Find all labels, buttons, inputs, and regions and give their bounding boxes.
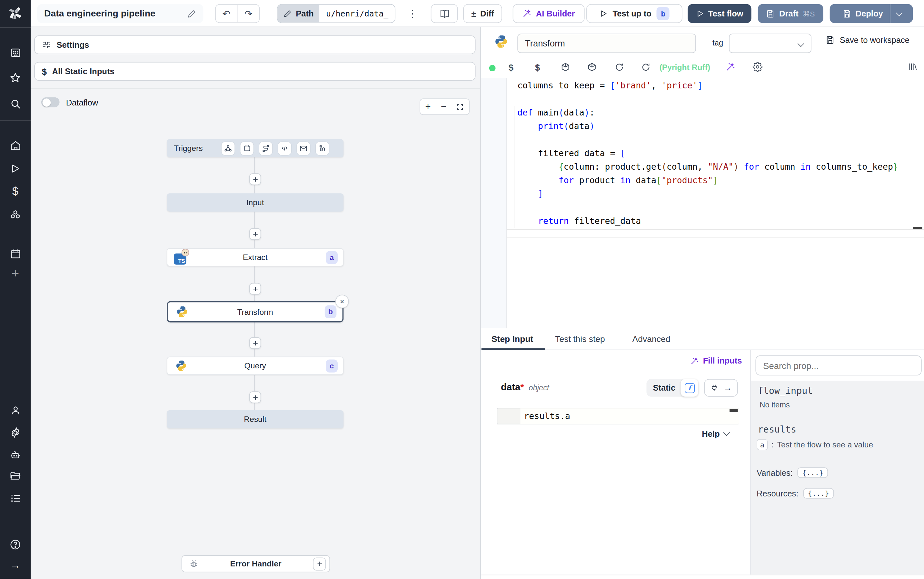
search-icon[interactable] (0, 97, 31, 111)
function-icon: f (685, 383, 695, 393)
windmill-logo-icon[interactable] (0, 5, 31, 20)
variables-row[interactable]: Variables: {...} (757, 468, 828, 478)
runs-play-icon[interactable] (0, 162, 31, 176)
undo-button[interactable]: ↶ (216, 5, 238, 23)
deploy-button[interactable]: Deploy (834, 4, 890, 23)
flow-input-section-label[interactable]: flow_input (758, 386, 813, 396)
zoom-in-button[interactable]: + (425, 101, 431, 112)
add-step-button[interactable] (249, 228, 261, 240)
websocket-trigger-icon[interactable] (278, 142, 291, 154)
static-inputs-dollar-icon[interactable]: $ (509, 62, 513, 73)
more-options-kebab-icon[interactable]: ⋮ (405, 4, 420, 23)
ai-magic-wand-icon[interactable] (725, 62, 735, 72)
dataflow-toggle[interactable] (41, 97, 60, 107)
extract-node-label: Extract (243, 253, 268, 262)
fit-view-icon[interactable] (456, 103, 464, 111)
javascript-expr-mode-button[interactable]: f (681, 379, 699, 397)
fill-inputs-label: Fill inputs (703, 356, 742, 365)
zoom-out-button[interactable]: − (441, 101, 446, 112)
prop-search-input[interactable] (755, 355, 921, 375)
folders-icon[interactable] (0, 469, 31, 483)
tab-advanced[interactable]: Advanced (632, 329, 671, 350)
add-step-button[interactable] (249, 391, 261, 403)
variables-object-chip[interactable]: {...} (798, 468, 828, 478)
input-node[interactable]: Input (167, 193, 343, 212)
path-editor[interactable]: Path u/henri/data_ (277, 4, 395, 23)
add-step-button[interactable] (249, 337, 261, 349)
http-route-trigger-icon[interactable] (259, 142, 272, 154)
query-node[interactable]: Query c (167, 357, 343, 375)
extract-node[interactable]: TS Extract a (167, 248, 343, 267)
collapse-arrow-icon[interactable]: → (0, 558, 31, 572)
transform-step-id-badge: b (325, 305, 337, 318)
result-a-row[interactable]: a : Test the flow to see a value (757, 439, 873, 450)
expr-editor[interactable]: results.a (497, 408, 739, 424)
resources-row[interactable]: Resources: {...} (757, 488, 834, 499)
webhook-trigger-icon[interactable] (222, 142, 235, 154)
schedule-trigger-icon[interactable] (241, 142, 253, 154)
poll-trigger-icon[interactable] (316, 142, 329, 154)
flow-title-chip[interactable]: Data engineering pipeline (37, 4, 203, 23)
all-static-inputs-bar[interactable]: $ All Static Inputs (34, 62, 476, 81)
editor-scrollbar-track[interactable] (507, 229, 924, 238)
save-icon (766, 9, 775, 18)
add-step-button[interactable] (249, 173, 261, 185)
expr-scrollbar-thumb (730, 409, 738, 412)
chevron-down-icon (723, 429, 730, 436)
code-lines[interactable]: columns_to_keep = ['brand', 'price'] def… (518, 79, 898, 228)
arg-type: object (529, 383, 549, 392)
add-error-handler-button[interactable] (313, 558, 326, 570)
diff-button[interactable]: ± Diff (463, 4, 502, 23)
test-flow-button[interactable]: Test flow (687, 4, 751, 23)
resources-cubes-icon[interactable] (0, 208, 31, 222)
favorites-star-icon[interactable] (0, 70, 31, 85)
save-to-workspace-button[interactable]: Save to workspace (826, 36, 909, 45)
help-icon[interactable] (0, 537, 31, 551)
docs-button[interactable] (431, 4, 458, 23)
tab-step-input[interactable]: Step Input (491, 329, 534, 350)
expr-value[interactable]: results.a (524, 411, 570, 420)
transform-node-selected[interactable]: Transform b × (167, 301, 343, 322)
tag-select[interactable] (729, 34, 811, 53)
delete-step-close-icon[interactable]: × (335, 295, 349, 308)
home-icon[interactable] (0, 138, 31, 152)
result-node[interactable]: Result (167, 410, 343, 429)
path-value[interactable]: u/henri/data_ (320, 5, 395, 23)
variables-dollar-icon[interactable]: $ (535, 62, 540, 73)
schedules-calendar-icon[interactable] (0, 247, 31, 261)
user-icon[interactable] (0, 403, 31, 417)
draft-button[interactable]: Draft ⌘S (758, 4, 823, 23)
refresh-icon[interactable] (641, 62, 650, 72)
deploy-dropdown-button[interactable] (891, 4, 909, 23)
step-name-input[interactable] (518, 34, 696, 53)
library-icon[interactable] (908, 62, 917, 71)
test-up-to-button[interactable]: Test up to b (586, 4, 682, 23)
package-icon[interactable] (587, 62, 597, 73)
static-mode-label[interactable]: Static (653, 383, 676, 393)
editor-settings-gear-icon[interactable] (753, 62, 762, 72)
error-handler-node[interactable]: Error Handler (181, 555, 330, 572)
flow-settings-bar[interactable]: Settings (34, 36, 476, 54)
bug-icon (189, 559, 199, 568)
add-plus-icon[interactable]: + (0, 267, 31, 281)
results-section-label[interactable]: results (758, 425, 796, 435)
tab-test-this-step[interactable]: Test this step (555, 329, 605, 350)
package-icon[interactable] (560, 62, 571, 73)
connect-input-button[interactable]: → (704, 379, 738, 397)
fill-inputs-button[interactable]: Fill inputs (690, 356, 742, 365)
workspace-apps-icon[interactable] (0, 46, 31, 60)
refresh-icon[interactable] (615, 62, 624, 72)
variables-dollar-icon[interactable]: $ (0, 185, 31, 199)
ai-builder-button[interactable]: AI Builder (513, 4, 585, 23)
logs-list-icon[interactable] (0, 491, 31, 505)
add-step-button[interactable] (249, 283, 261, 295)
edit-title-pencil-icon[interactable] (188, 9, 196, 18)
email-trigger-icon[interactable] (297, 142, 310, 154)
help-dropdown[interactable]: Help (702, 429, 729, 438)
redo-button[interactable]: ↷ (238, 5, 259, 23)
workers-robot-icon[interactable] (0, 448, 31, 462)
settings-gear-icon[interactable] (0, 425, 31, 440)
resources-object-chip[interactable]: {...} (803, 488, 834, 499)
triggers-node[interactable]: Triggers (167, 139, 343, 157)
flow-graph-panel: Settings $ All Static Inputs Dataflow + … (31, 27, 480, 579)
